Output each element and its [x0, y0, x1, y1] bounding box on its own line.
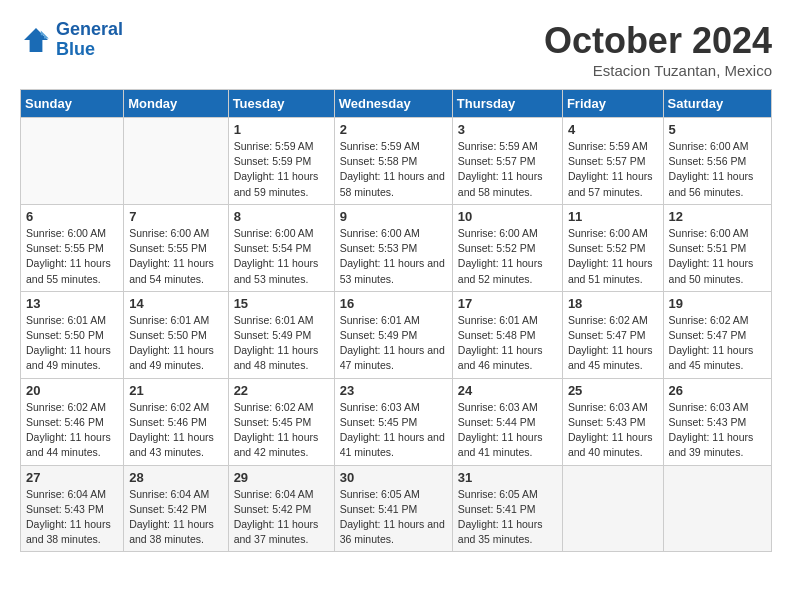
logo-line2: Blue [56, 39, 95, 59]
header-tuesday: Tuesday [228, 90, 334, 118]
day-number: 23 [340, 383, 447, 398]
logo-text: General Blue [56, 20, 123, 60]
title-area: October 2024 Estacion Tuzantan, Mexico [544, 20, 772, 79]
day-number: 11 [568, 209, 658, 224]
day-number: 15 [234, 296, 329, 311]
day-number: 28 [129, 470, 222, 485]
day-info: Sunrise: 6:04 AMSunset: 5:42 PMDaylight:… [129, 487, 222, 548]
day-info: Sunrise: 6:02 AMSunset: 5:47 PMDaylight:… [669, 313, 766, 374]
calendar-header-row: SundayMondayTuesdayWednesdayThursdayFrid… [21, 90, 772, 118]
day-info: Sunrise: 5:59 AMSunset: 5:57 PMDaylight:… [568, 139, 658, 200]
day-number: 12 [669, 209, 766, 224]
day-number: 5 [669, 122, 766, 137]
day-info: Sunrise: 5:59 AMSunset: 5:59 PMDaylight:… [234, 139, 329, 200]
calendar-cell: 12Sunrise: 6:00 AMSunset: 5:51 PMDayligh… [663, 204, 771, 291]
month-title: October 2024 [544, 20, 772, 62]
day-info: Sunrise: 5:59 AMSunset: 5:57 PMDaylight:… [458, 139, 557, 200]
calendar-week-4: 20Sunrise: 6:02 AMSunset: 5:46 PMDayligh… [21, 378, 772, 465]
day-info: Sunrise: 6:04 AMSunset: 5:43 PMDaylight:… [26, 487, 118, 548]
calendar-cell: 19Sunrise: 6:02 AMSunset: 5:47 PMDayligh… [663, 291, 771, 378]
day-info: Sunrise: 6:01 AMSunset: 5:49 PMDaylight:… [340, 313, 447, 374]
location: Estacion Tuzantan, Mexico [544, 62, 772, 79]
calendar-week-5: 27Sunrise: 6:04 AMSunset: 5:43 PMDayligh… [21, 465, 772, 552]
day-number: 13 [26, 296, 118, 311]
day-info: Sunrise: 6:00 AMSunset: 5:53 PMDaylight:… [340, 226, 447, 287]
day-info: Sunrise: 6:03 AMSunset: 5:43 PMDaylight:… [568, 400, 658, 461]
calendar-cell: 8Sunrise: 6:00 AMSunset: 5:54 PMDaylight… [228, 204, 334, 291]
calendar-cell: 24Sunrise: 6:03 AMSunset: 5:44 PMDayligh… [452, 378, 562, 465]
calendar-cell: 4Sunrise: 5:59 AMSunset: 5:57 PMDaylight… [562, 118, 663, 205]
calendar-cell: 27Sunrise: 6:04 AMSunset: 5:43 PMDayligh… [21, 465, 124, 552]
day-number: 9 [340, 209, 447, 224]
day-number: 20 [26, 383, 118, 398]
day-number: 31 [458, 470, 557, 485]
day-info: Sunrise: 5:59 AMSunset: 5:58 PMDaylight:… [340, 139, 447, 200]
calendar-week-2: 6Sunrise: 6:00 AMSunset: 5:55 PMDaylight… [21, 204, 772, 291]
day-info: Sunrise: 6:00 AMSunset: 5:55 PMDaylight:… [26, 226, 118, 287]
day-number: 8 [234, 209, 329, 224]
calendar-cell: 6Sunrise: 6:00 AMSunset: 5:55 PMDaylight… [21, 204, 124, 291]
calendar-cell: 13Sunrise: 6:01 AMSunset: 5:50 PMDayligh… [21, 291, 124, 378]
day-number: 4 [568, 122, 658, 137]
calendar-cell [562, 465, 663, 552]
calendar-cell: 1Sunrise: 5:59 AMSunset: 5:59 PMDaylight… [228, 118, 334, 205]
day-info: Sunrise: 6:03 AMSunset: 5:43 PMDaylight:… [669, 400, 766, 461]
day-info: Sunrise: 6:02 AMSunset: 5:46 PMDaylight:… [129, 400, 222, 461]
header-monday: Monday [124, 90, 228, 118]
header-saturday: Saturday [663, 90, 771, 118]
calendar-cell: 20Sunrise: 6:02 AMSunset: 5:46 PMDayligh… [21, 378, 124, 465]
day-number: 16 [340, 296, 447, 311]
day-number: 22 [234, 383, 329, 398]
day-info: Sunrise: 6:01 AMSunset: 5:48 PMDaylight:… [458, 313, 557, 374]
svg-marker-0 [24, 28, 48, 52]
calendar-cell: 11Sunrise: 6:00 AMSunset: 5:52 PMDayligh… [562, 204, 663, 291]
calendar-cell: 14Sunrise: 6:01 AMSunset: 5:50 PMDayligh… [124, 291, 228, 378]
day-info: Sunrise: 6:00 AMSunset: 5:52 PMDaylight:… [458, 226, 557, 287]
calendar-cell: 2Sunrise: 5:59 AMSunset: 5:58 PMDaylight… [334, 118, 452, 205]
calendar-cell: 21Sunrise: 6:02 AMSunset: 5:46 PMDayligh… [124, 378, 228, 465]
day-number: 6 [26, 209, 118, 224]
calendar-cell: 31Sunrise: 6:05 AMSunset: 5:41 PMDayligh… [452, 465, 562, 552]
day-number: 29 [234, 470, 329, 485]
day-number: 26 [669, 383, 766, 398]
calendar-cell [21, 118, 124, 205]
day-info: Sunrise: 6:04 AMSunset: 5:42 PMDaylight:… [234, 487, 329, 548]
calendar-cell: 5Sunrise: 6:00 AMSunset: 5:56 PMDaylight… [663, 118, 771, 205]
day-number: 2 [340, 122, 447, 137]
day-info: Sunrise: 6:02 AMSunset: 5:47 PMDaylight:… [568, 313, 658, 374]
header-friday: Friday [562, 90, 663, 118]
header-wednesday: Wednesday [334, 90, 452, 118]
logo-icon [20, 24, 52, 56]
calendar-cell: 30Sunrise: 6:05 AMSunset: 5:41 PMDayligh… [334, 465, 452, 552]
day-info: Sunrise: 6:02 AMSunset: 5:45 PMDaylight:… [234, 400, 329, 461]
day-info: Sunrise: 6:02 AMSunset: 5:46 PMDaylight:… [26, 400, 118, 461]
logo-line1: General [56, 19, 123, 39]
calendar-table: SundayMondayTuesdayWednesdayThursdayFrid… [20, 89, 772, 552]
calendar-cell: 3Sunrise: 5:59 AMSunset: 5:57 PMDaylight… [452, 118, 562, 205]
day-number: 3 [458, 122, 557, 137]
day-number: 17 [458, 296, 557, 311]
day-info: Sunrise: 6:03 AMSunset: 5:44 PMDaylight:… [458, 400, 557, 461]
calendar-cell: 17Sunrise: 6:01 AMSunset: 5:48 PMDayligh… [452, 291, 562, 378]
day-number: 18 [568, 296, 658, 311]
calendar-cell: 16Sunrise: 6:01 AMSunset: 5:49 PMDayligh… [334, 291, 452, 378]
day-info: Sunrise: 6:03 AMSunset: 5:45 PMDaylight:… [340, 400, 447, 461]
day-info: Sunrise: 6:01 AMSunset: 5:49 PMDaylight:… [234, 313, 329, 374]
calendar-cell: 9Sunrise: 6:00 AMSunset: 5:53 PMDaylight… [334, 204, 452, 291]
header-thursday: Thursday [452, 90, 562, 118]
calendar-cell: 23Sunrise: 6:03 AMSunset: 5:45 PMDayligh… [334, 378, 452, 465]
day-info: Sunrise: 6:00 AMSunset: 5:51 PMDaylight:… [669, 226, 766, 287]
day-number: 10 [458, 209, 557, 224]
calendar-week-3: 13Sunrise: 6:01 AMSunset: 5:50 PMDayligh… [21, 291, 772, 378]
calendar-cell [663, 465, 771, 552]
calendar-cell: 10Sunrise: 6:00 AMSunset: 5:52 PMDayligh… [452, 204, 562, 291]
page-header: General Blue October 2024 Estacion Tuzan… [20, 20, 772, 79]
day-number: 14 [129, 296, 222, 311]
day-info: Sunrise: 6:01 AMSunset: 5:50 PMDaylight:… [129, 313, 222, 374]
day-number: 7 [129, 209, 222, 224]
calendar-cell [124, 118, 228, 205]
day-info: Sunrise: 6:05 AMSunset: 5:41 PMDaylight:… [458, 487, 557, 548]
day-number: 25 [568, 383, 658, 398]
day-info: Sunrise: 6:00 AMSunset: 5:54 PMDaylight:… [234, 226, 329, 287]
calendar-week-1: 1Sunrise: 5:59 AMSunset: 5:59 PMDaylight… [21, 118, 772, 205]
